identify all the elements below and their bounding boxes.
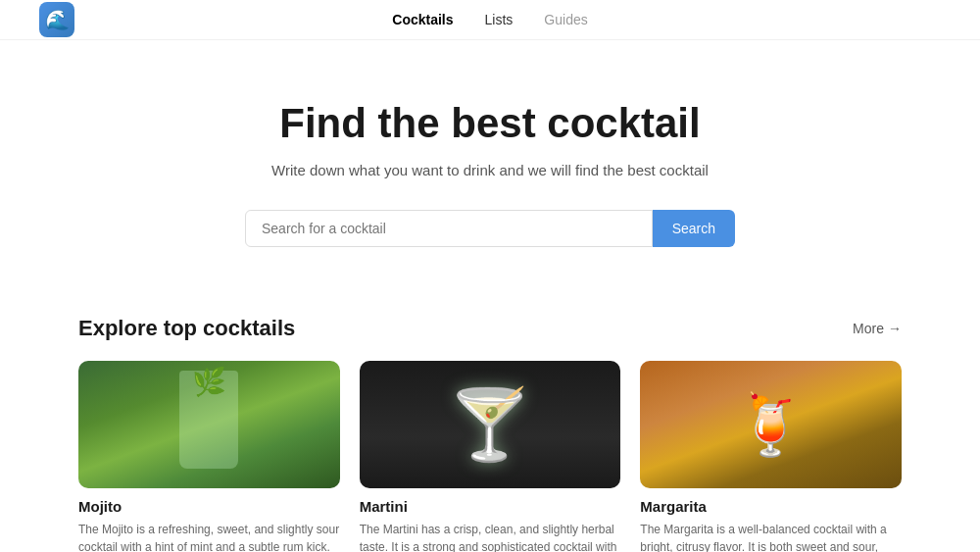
search-bar: Search <box>245 210 735 247</box>
nav-item-guides[interactable]: Guides <box>544 12 587 27</box>
hero-subtitle: Write down what you want to drink and we… <box>20 162 960 178</box>
nav-item-lists[interactable]: Lists <box>485 12 514 27</box>
search-input[interactable] <box>245 210 653 247</box>
cocktail-name-martini: Martini <box>360 498 621 515</box>
cocktail-image-mojito <box>78 361 340 488</box>
cocktail-name-mojito: Mojito <box>78 498 340 515</box>
logo-icon: 🌊 <box>39 2 74 37</box>
cocktail-card-margarita[interactable]: Margarita The Margarita is a well-balanc… <box>640 361 902 552</box>
explore-title: Explore top cocktails <box>78 316 295 341</box>
cocktail-image-margarita <box>640 361 902 488</box>
logo-area: 🌊 <box>39 2 74 37</box>
explore-header: Explore top cocktails More → <box>78 316 902 341</box>
hero-title: Find the best cocktail <box>20 99 960 148</box>
main-nav: Cocktails Lists Guides <box>392 12 587 27</box>
cocktail-name-margarita: Margarita <box>640 498 902 515</box>
logo-emoji: 🌊 <box>45 8 70 31</box>
cocktail-grid: Mojito The Mojito is a refreshing, sweet… <box>78 361 902 552</box>
more-label: More <box>853 321 884 336</box>
cocktail-desc-martini: The Martini has a crisp, clean, and slig… <box>360 521 621 552</box>
cocktail-card-martini[interactable]: Martini The Martini has a crisp, clean, … <box>360 361 621 552</box>
nav-item-cocktails[interactable]: Cocktails <box>392 12 453 27</box>
cocktail-image-martini <box>360 361 621 488</box>
header: 🌊 Cocktails Lists Guides <box>0 0 980 40</box>
cocktail-desc-mojito: The Mojito is a refreshing, sweet, and s… <box>78 521 340 552</box>
search-button[interactable]: Search <box>653 210 735 247</box>
cocktail-card-mojito[interactable]: Mojito The Mojito is a refreshing, sweet… <box>78 361 340 552</box>
explore-section: Explore top cocktails More → Mojito The … <box>0 286 980 552</box>
hero-section: Find the best cocktail Write down what y… <box>0 40 980 286</box>
cocktail-desc-margarita: The Margarita is a well-balanced cocktai… <box>640 521 902 552</box>
more-arrow-icon: → <box>888 321 902 336</box>
more-link[interactable]: More → <box>853 321 902 336</box>
